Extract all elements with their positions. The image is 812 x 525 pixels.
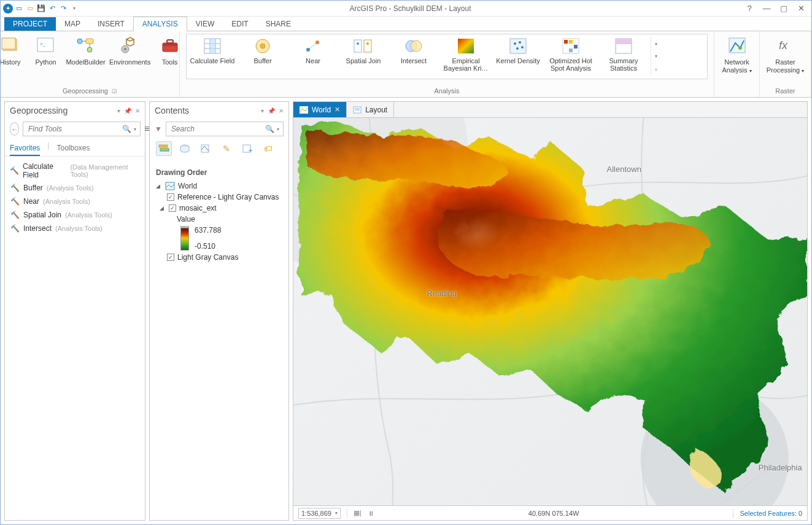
hotspot-icon — [560, 37, 581, 55]
ribbon-python-button[interactable]: >_ Python — [31, 34, 61, 74]
qat-open-icon[interactable]: ▭ — [25, 4, 35, 14]
back-button[interactable]: ← — [10, 122, 19, 136]
help-button[interactable]: ? — [745, 4, 754, 13]
favorite-tool[interactable]: 🔨Intersect (Analysis Tools) — [7, 222, 142, 235]
qat-save-icon[interactable]: 💾 — [36, 4, 46, 14]
group-launcher-icon[interactable]: ◲ — [112, 88, 117, 94]
favorite-tool[interactable]: 🔨Spatial Join (Analysis Tools) — [7, 208, 142, 222]
pane-pin-icon[interactable]: 📌 — [124, 107, 131, 114]
gallery-spatial-join[interactable]: Spatial Join — [340, 37, 387, 64]
search-dropdown-icon[interactable]: ▾ — [134, 126, 136, 132]
favorite-tool[interactable]: 🔨Near (Analysis Tools) — [7, 195, 142, 208]
tab-view[interactable]: VIEW — [187, 17, 223, 31]
list-by-selection-icon[interactable] — [198, 141, 214, 156]
map-scale-control[interactable]: 1:536,869 ▾ — [298, 508, 341, 519]
gallery-summary-stats[interactable]: Summary Statistics — [600, 37, 647, 72]
list-by-source-icon[interactable] — [177, 141, 193, 156]
gallery-optimized-hotspot[interactable]: Optimized Hot Spot Analysis — [545, 37, 597, 72]
geoprocessing-pane-title: Geoprocessing — [10, 106, 68, 115]
svg-text:+: + — [249, 147, 252, 154]
pane-dropdown-icon[interactable]: ▾ — [117, 107, 120, 114]
ribbon-network-analysis-button[interactable]: Network Analysis ▾ — [718, 34, 756, 74]
ribbon-history-button[interactable]: History — [0, 34, 25, 74]
city-label-reading: Reading — [427, 289, 457, 298]
svg-point-33 — [514, 42, 516, 45]
pane-pin-icon[interactable]: 📌 — [268, 107, 275, 114]
gp-tab-toolboxes[interactable]: Toolboxes — [56, 141, 90, 156]
pane-close-icon[interactable]: ✕ — [135, 107, 140, 114]
ribbon-raster-processing-button[interactable]: fxRaster Processing ▾ — [767, 34, 805, 74]
summary-stats-icon — [613, 37, 634, 55]
layer-visibility-checkbox[interactable]: ✓ — [169, 204, 176, 212]
favorite-tool[interactable]: 🔨Calculate Field (Data Management Tools) — [7, 160, 142, 181]
toolbox-icon — [160, 35, 180, 56]
pane-dropdown-icon[interactable]: ▾ — [261, 107, 264, 114]
gallery-up-icon[interactable]: ▴ — [651, 37, 660, 50]
gallery-kernel-density[interactable]: Kernel Density — [495, 37, 541, 64]
minimize-button[interactable]: — — [762, 4, 771, 13]
gallery-buffer[interactable]: Buffer — [239, 37, 286, 64]
list-by-snapping-icon[interactable]: + — [239, 141, 255, 156]
svg-point-34 — [519, 41, 521, 44]
filter-icon[interactable]: ▼ — [155, 125, 162, 133]
scale-dropdown-icon[interactable]: ▾ — [335, 510, 338, 516]
qat-customize-icon[interactable]: ▾ — [69, 4, 79, 14]
tab-insert[interactable]: INSERT — [89, 17, 133, 31]
gp-tab-favorites[interactable]: Favorites — [10, 141, 40, 156]
list-by-editing-icon[interactable]: ✎ — [218, 141, 234, 156]
tab-edit[interactable]: EDIT — [223, 17, 257, 31]
svg-point-28 — [366, 42, 369, 45]
search-dropdown-icon[interactable]: ▾ — [277, 126, 279, 132]
toc-layer-mosaic[interactable]: ◢ ✓ mosaic_ext — [156, 203, 282, 214]
near-icon — [303, 37, 323, 55]
layer-visibility-checkbox[interactable]: ✓ — [167, 193, 174, 201]
ribbon-modelbuilder-button[interactable]: ModelBuilder — [67, 34, 105, 74]
list-by-drawing-order-icon[interactable] — [156, 141, 172, 156]
drawing-order-heading: Drawing Order — [156, 168, 282, 177]
list-by-labeling-icon[interactable]: 🏷 — [260, 141, 276, 156]
tab-map[interactable]: MAP — [56, 17, 89, 31]
geoprocessing-search[interactable]: 🔍 ▾ — [23, 122, 141, 136]
contents-search-input[interactable] — [170, 124, 265, 134]
status-selection-tool-icon[interactable]: ▦| — [354, 509, 362, 517]
toc-layer-basemap[interactable]: ✓ Light Gray Canvas — [156, 252, 282, 263]
view-tab-layout[interactable]: Layout — [347, 102, 394, 117]
svg-rect-25 — [354, 40, 362, 52]
gallery-ebk[interactable]: Empirical Bayesian Kri… — [441, 37, 491, 72]
svg-point-10 — [124, 48, 126, 50]
search-icon[interactable]: 🔍 — [265, 125, 274, 133]
qat-new-icon[interactable]: ▭ — [14, 4, 24, 14]
tab-close-icon[interactable]: ✕ — [334, 106, 340, 114]
gallery-more-icon[interactable]: ▿ — [651, 63, 660, 76]
status-pause-icon[interactable]: ⏸ — [368, 510, 374, 517]
ribbon-environments-button[interactable]: Environments — [111, 34, 149, 74]
gallery-near[interactable]: Near — [290, 37, 336, 64]
favorite-tool[interactable]: 🔨Buffer (Analysis Tools) — [7, 181, 142, 195]
expand-icon[interactable]: ◢ — [160, 205, 166, 211]
search-icon[interactable]: 🔍 — [122, 125, 131, 133]
gallery-down-icon[interactable]: ▾ — [651, 50, 660, 63]
tab-share[interactable]: SHARE — [257, 17, 300, 31]
ramp-min: -0.510 — [195, 242, 221, 251]
toc-map-frame[interactable]: ◢ World — [156, 181, 282, 192]
expand-icon[interactable]: ◢ — [156, 183, 162, 189]
svg-rect-39 — [569, 40, 573, 44]
gallery-intersect[interactable]: Intersect — [390, 37, 437, 64]
close-button[interactable]: ✕ — [797, 4, 805, 13]
qat-undo-icon[interactable]: ↶ — [47, 4, 57, 14]
gallery-calculate-field[interactable]: Calculate Field — [189, 37, 236, 64]
qat-redo-icon[interactable]: ↷ — [58, 4, 68, 14]
geoprocessing-search-input[interactable] — [27, 124, 122, 134]
map-view[interactable]: Allentown Reading Philadelphia — [293, 118, 807, 505]
layer-visibility-checkbox[interactable]: ✓ — [167, 254, 174, 261]
svg-rect-57 — [355, 108, 360, 111]
toc-layer-reference[interactable]: ✓ Reference - Light Gray Canvas — [156, 192, 282, 203]
tab-analysis[interactable]: ANALYSIS — [133, 17, 187, 31]
tab-project[interactable]: PROJECT — [4, 17, 56, 31]
view-tab-world[interactable]: World ✕ — [293, 102, 347, 117]
contents-search[interactable]: 🔍 ▾ — [166, 122, 284, 136]
maximize-button[interactable]: ▢ — [779, 4, 788, 13]
city-label-philadelphia: Philadelphia — [759, 463, 802, 472]
pane-close-icon[interactable]: ✕ — [279, 107, 284, 114]
gallery-scroll[interactable]: ▴▾▿ — [651, 37, 660, 76]
